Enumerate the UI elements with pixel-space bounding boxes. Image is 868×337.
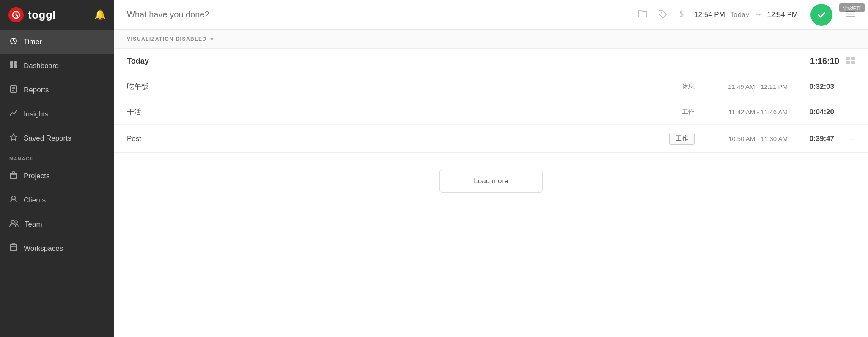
- svg-rect-26: [846, 57, 850, 60]
- team-icon: [9, 219, 19, 229]
- sidebar-item-team[interactable]: Team: [0, 212, 114, 236]
- svg-marker-14: [10, 134, 17, 141]
- logo-area: toggl: [8, 7, 56, 22]
- day-header: Today 1:16:10: [114, 49, 868, 74]
- svg-text:$: $: [679, 9, 684, 18]
- dashboard-icon: [9, 61, 18, 71]
- dollar-icon[interactable]: $: [678, 9, 686, 21]
- svg-point-16: [12, 196, 15, 199]
- time-entries-content: Today 1:16:10 吃午饭 休息: [114, 49, 868, 337]
- svg-rect-7: [14, 61, 17, 64]
- entry-description: 干活: [127, 107, 652, 117]
- sidebar-item-projects-label: Projects: [24, 172, 49, 180]
- visualization-label: VISUALIZATION DISABLED: [127, 36, 207, 42]
- topbar-time: 12:54 PM Today → 12:54 PM: [694, 10, 798, 19]
- projects-icon: [9, 171, 18, 181]
- sidebar-nav: Timer Dashboard: [0, 30, 114, 337]
- sidebar-item-timer-label: Timer: [24, 38, 42, 46]
- table-row[interactable]: 干活 工作 11:42 AM - 11:46 AM 0:04:20: [114, 99, 868, 124]
- end-time: 12:54 PM: [767, 11, 798, 19]
- sidebar-item-reports[interactable]: Reports: [0, 78, 114, 102]
- svg-rect-19: [10, 245, 17, 250]
- entry-tag: 工作: [661, 108, 695, 116]
- entry-duration: 0:04:20: [796, 108, 834, 116]
- svg-rect-6: [10, 61, 13, 66]
- entry-description-input[interactable]: [127, 10, 629, 19]
- sidebar-item-clients[interactable]: Clients: [0, 188, 114, 212]
- logo-icon: [8, 7, 24, 22]
- start-timer-button[interactable]: [810, 4, 832, 26]
- reports-icon: [9, 85, 18, 95]
- entry-duration: 0:39:47: [796, 135, 834, 143]
- svg-point-17: [11, 221, 14, 224]
- visualization-toggle[interactable]: VISUALIZATION DISABLED ▾: [127, 36, 855, 42]
- day-list-icon[interactable]: [846, 57, 855, 66]
- entry-actions: —: [843, 135, 855, 143]
- tag-icon[interactable]: [658, 9, 668, 20]
- sidebar: toggl 🔔 Timer: [0, 0, 114, 337]
- sidebar-header: toggl 🔔: [0, 0, 114, 30]
- sidebar-item-dashboard[interactable]: Dashboard: [0, 54, 114, 78]
- sidebar-item-projects[interactable]: Projects: [0, 164, 114, 188]
- load-more-section: Load more: [114, 153, 868, 210]
- logo-text: toggl: [28, 8, 56, 22]
- entry-time-range: 11:49 AM - 12:21 PM: [703, 83, 788, 90]
- svg-rect-28: [846, 61, 850, 64]
- entry-actions: ⋮: [843, 83, 855, 91]
- entry-tag: 休息: [661, 83, 695, 91]
- day-group-today: Today 1:16:10 吃午饭 休息: [114, 49, 868, 153]
- sidebar-item-clients-label: Clients: [24, 196, 46, 204]
- table-row[interactable]: Post 工作 10:50 AM - 11:30 AM 0:39:47 —: [114, 124, 868, 152]
- day-total-time: 1:16:10: [810, 56, 839, 66]
- day-title: Today: [127, 57, 149, 66]
- saved-reports-icon: [9, 133, 18, 144]
- entry-description: 吃午饭: [127, 82, 652, 91]
- svg-line-2: [16, 15, 18, 16]
- manage-section-label: MANAGE: [0, 150, 114, 164]
- workspaces-icon: [9, 243, 18, 254]
- entry-tag-badge: 工作: [669, 133, 695, 145]
- svg-rect-15: [10, 173, 17, 178]
- svg-line-5: [14, 41, 15, 42]
- entry-description: Post: [127, 135, 652, 143]
- entry-duration: 0:32:03: [796, 83, 834, 91]
- load-more-button[interactable]: Load more: [439, 170, 542, 193]
- time-label: Today: [730, 11, 749, 19]
- main-content: $ 12:54 PM Today → 12:54 PM VISUALIZA: [114, 0, 868, 337]
- chevron-down-icon: ▾: [210, 36, 214, 42]
- sidebar-item-reports-label: Reports: [24, 86, 49, 94]
- sidebar-item-insights-label: Insights: [24, 110, 49, 119]
- sidebar-item-timer[interactable]: Timer: [0, 30, 114, 54]
- sidebar-item-workspaces-label: Workspaces: [24, 244, 63, 253]
- svg-rect-8: [14, 64, 17, 68]
- clients-icon: [9, 195, 18, 205]
- svg-point-18: [15, 221, 17, 223]
- svg-rect-27: [851, 57, 855, 60]
- sidebar-item-saved-reports[interactable]: Saved Reports: [0, 126, 114, 150]
- insights-icon: [9, 109, 18, 119]
- timer-icon: [9, 36, 18, 47]
- sidebar-item-saved-reports-label: Saved Reports: [24, 134, 71, 143]
- day-total-area: 1:16:10: [810, 56, 855, 66]
- sidebar-item-workspaces[interactable]: Workspaces: [0, 236, 114, 260]
- svg-point-21: [661, 12, 662, 13]
- table-row[interactable]: 吃午饭 休息 11:49 AM - 12:21 PM 0:32:03 ⋮: [114, 74, 868, 99]
- folder-icon[interactable]: [637, 9, 648, 20]
- topbar: $ 12:54 PM Today → 12:54 PM: [114, 0, 868, 30]
- hamburger-icon[interactable]: [845, 9, 855, 21]
- entry-tag: 工作: [661, 133, 695, 145]
- entry-time-range: 10:50 AM - 11:30 AM: [703, 135, 788, 142]
- notification-icon[interactable]: 🔔: [94, 9, 106, 20]
- entry-time-range: 11:42 AM - 11:46 AM: [703, 108, 788, 116]
- sidebar-item-insights[interactable]: Insights: [0, 102, 114, 126]
- topbar-icons: $: [637, 9, 686, 21]
- svg-rect-29: [851, 61, 855, 64]
- sidebar-item-team-label: Team: [25, 220, 42, 229]
- sidebar-item-dashboard-label: Dashboard: [24, 62, 59, 70]
- arrow-icon: →: [754, 10, 762, 19]
- svg-rect-9: [10, 66, 13, 68]
- start-time: 12:54 PM: [694, 11, 725, 19]
- visualization-bar: VISUALIZATION DISABLED ▾: [114, 30, 868, 49]
